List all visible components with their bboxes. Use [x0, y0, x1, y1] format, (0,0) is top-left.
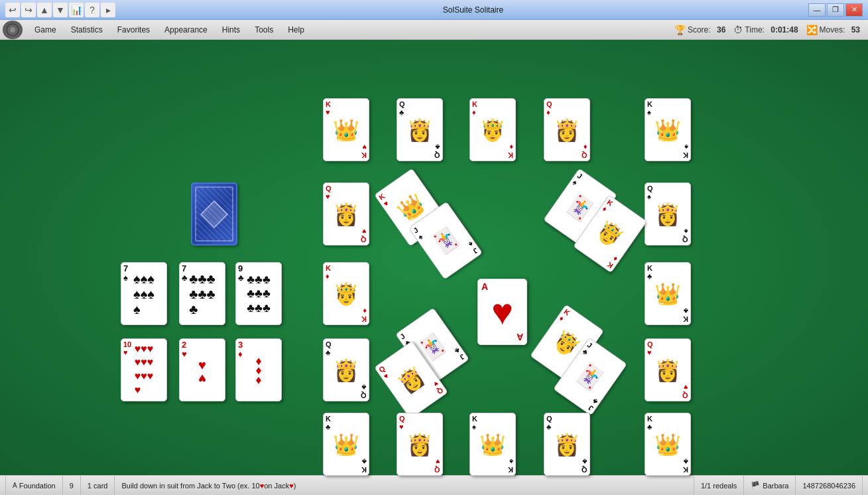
close-button[interactable]: ✕ — [845, 3, 863, 17]
status-count: 9 — [63, 476, 81, 495]
score-display: 🏆 Score: 36 — [674, 25, 725, 35]
quick-btn-3[interactable]: ▲ — [37, 3, 52, 17]
card-qc-bot[interactable]: Q♣ 👸 Q♣ — [544, 413, 590, 476]
quick-btn-4[interactable]: ▼ — [53, 3, 68, 17]
app-logo — [3, 21, 23, 39]
restore-button[interactable]: ❐ — [827, 3, 844, 17]
card-kc-bot[interactable]: K♣ 👑 K♣ — [323, 413, 369, 476]
card-qd-top[interactable]: Q♦ 👸 Q♦ — [544, 98, 590, 161]
statusbar: A Foundation 9 1 card Build down in suit… — [0, 475, 868, 495]
card-9c[interactable]: 9♣ ♣♣♣♣♣♣♣♣♣ — [235, 262, 282, 325]
svg-point-2 — [10, 27, 15, 33]
card-kc-bot2[interactable]: K♣ 👑 K♣ — [645, 413, 691, 476]
menu-tools[interactable]: Tools — [248, 23, 280, 36]
status-game-id: 1487268046236 — [796, 476, 863, 495]
card-ks-bot[interactable]: K♠ 👑 K♠ — [469, 413, 516, 476]
status-hint: Build down in suit from Jack to Two (ex.… — [115, 476, 694, 495]
card-qs-right[interactable]: Q♠ 👸 Q♠ — [645, 182, 691, 246]
quick-btn-7[interactable]: ▸ — [101, 3, 115, 17]
game-area[interactable]: K♥ 👑 K♥ Q♣ 👸 Q♣ K♦ 🤴 K♦ Q♦ 👸 Q♦ K♠ 👑 — [0, 40, 868, 475]
menu-statistics[interactable]: Statistics — [64, 23, 109, 36]
quick-btn-1[interactable]: ↩ — [5, 3, 20, 17]
card-7s[interactable]: 7♠ ♠♠♠♠♠♠♠ — [121, 262, 167, 325]
card-qc-top[interactable]: Q♣ 👸 Q♣ — [397, 98, 443, 161]
status-player: 🏴 Barbara — [744, 476, 796, 495]
card-ks-top[interactable]: K♠ 👑 K♠ — [645, 98, 691, 161]
menu-game[interactable]: Game — [28, 23, 63, 36]
deck-card[interactable] — [191, 182, 237, 246]
moves-display: 🔀 Moves: 53 — [806, 25, 860, 35]
minimize-button[interactable]: — — [808, 3, 826, 17]
card-kd-top[interactable]: K♦ 🤴 K♦ — [469, 98, 516, 161]
card-ah[interactable]: A ♥ A — [477, 279, 527, 345]
card-qh-mid[interactable]: Q♥ 👸 Q♥ — [323, 182, 369, 246]
card-kh[interactable]: K♥ 👑 K♥ — [323, 98, 369, 161]
menu-hints[interactable]: Hints — [216, 23, 247, 36]
card-qh-bot[interactable]: Q♥ 👸 Q♥ — [397, 413, 443, 476]
card-2h[interactable]: 2♥ ♥ ♥ — [179, 338, 225, 401]
status-redeals: 1/1 redeals — [694, 476, 744, 495]
time-display: ⏱ Time: 0:01:48 — [733, 25, 798, 35]
quick-btn-5[interactable]: 📊 — [69, 3, 84, 17]
card-10h[interactable]: 10♥ ♥♥♥♥♥♥♥♥♥♥ — [121, 338, 167, 401]
quick-btn-6[interactable]: ? — [85, 3, 99, 17]
quick-btn-2[interactable]: ↪ — [21, 3, 36, 17]
menu-appearance[interactable]: Appearance — [158, 23, 214, 36]
status-card-count: 1 card — [81, 476, 115, 495]
window-title: SolSuite Solitaire — [138, 5, 808, 15]
card-qc-mid[interactable]: Q♣ 👸 Q♣ — [323, 338, 369, 401]
card-3d[interactable]: 3♦ ♦ ♦ ♦ — [235, 338, 282, 401]
card-7c[interactable]: 7♣ ♣♣♣♣♣♣♣ — [179, 262, 225, 325]
menu-help[interactable]: Help — [281, 23, 311, 36]
foundation-icon: A — [13, 482, 17, 489]
menu-favorites[interactable]: Favorites — [111, 23, 156, 36]
card-kc-right[interactable]: K♣ 👑 K♣ — [645, 262, 691, 325]
status-foundation: A Foundation — [5, 476, 63, 495]
card-qh-right[interactable]: Q♥ 👸 Q♥ — [645, 338, 691, 401]
card-kd-mid[interactable]: K♦ 🤴 K♦ — [323, 262, 369, 325]
